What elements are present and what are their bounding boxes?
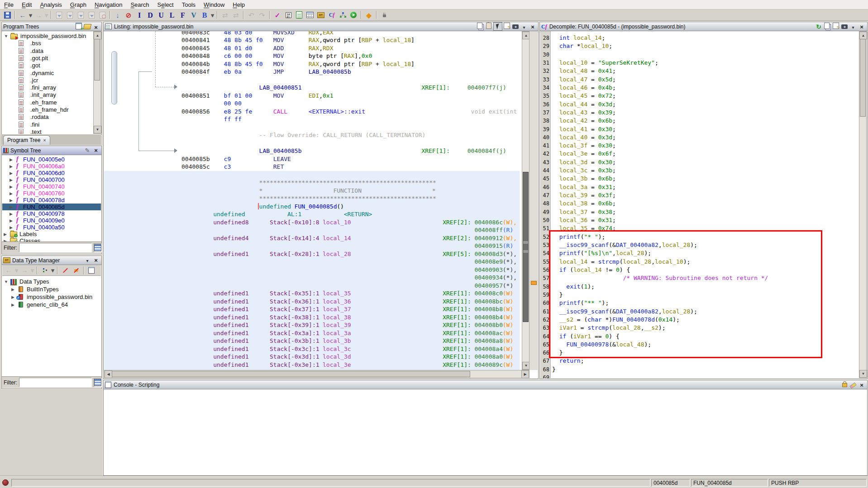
letter-l-button[interactable]: L — [167, 10, 177, 20]
program-tree[interactable]: ▼impossible_password.bin.bss.data.got.pl… — [2, 31, 94, 134]
tree-item-section[interactable]: .got — [2, 62, 94, 69]
scroll-thumb[interactable] — [523, 172, 529, 322]
decompile-scrollbar[interactable]: ▲ ▼ — [859, 31, 867, 378]
menu-edit[interactable]: Edit — [18, 0, 36, 9]
decompiler-line[interactable]: local_46 = 0x4b; — [552, 84, 616, 92]
symbol-tree-item-fun_004006d0[interactable]: ▶fFUN_004006d0 — [2, 170, 101, 176]
listing-row[interactable]: undefined1Stack[-0x39]:1local_39XREF[1]:… — [104, 321, 520, 329]
decompiler-line[interactable]: __s2 = (char *)FUN_0040078d(0x14); — [552, 316, 680, 324]
decompiler-view[interactable]: 2829303132333435363738394041424344454647… — [540, 31, 858, 378]
decompiler-line[interactable]: local_3b = 0x6b; — [552, 175, 616, 183]
listing-row[interactable]: 00400915(R) — [104, 242, 520, 250]
menu-tools[interactable]: Tools — [178, 0, 200, 9]
listing-row[interactable]: ****************************************… — [104, 179, 520, 186]
listing-view[interactable]: 0040083c48 03 d0MOVSXDRDX,EAX0040084148 … — [104, 31, 520, 370]
decompiler-line[interactable]: local_10 = "SuperSeKretKey"; — [552, 59, 658, 67]
dtm-back-dropdown[interactable]: ▾ — [14, 265, 19, 275]
datatype-filter-input[interactable] — [19, 378, 92, 387]
expander-icon[interactable]: ▶ — [10, 178, 13, 182]
dtm-back-button[interactable]: ← — [3, 265, 14, 275]
decompiler-line[interactable]: local_35 = 0x74; — [552, 224, 616, 232]
symbol-tree-item-fun_004006a0[interactable]: ▶fFUN_004006a0 — [2, 163, 101, 170]
decompiler-line[interactable]: local_3d = 0x30; — [552, 158, 616, 166]
tree-item-section[interactable]: .data — [2, 47, 94, 55]
listing-row[interactable]: undefined8Stack[-0x10]:8local_10XREF[2]:… — [104, 218, 520, 226]
decompiler-line[interactable]: int local_14; — [552, 34, 605, 42]
listing-row[interactable]: 0040084b48 8b 45 f0MOVRAX,qword ptr [RBP… — [104, 60, 520, 68]
dtm-forward-button[interactable]: → — [19, 265, 30, 275]
expander-icon[interactable]: ▶ — [4, 232, 7, 237]
scroll-up-icon[interactable]: ▲ — [94, 32, 101, 39]
expander-icon[interactable]: ▶ — [11, 287, 14, 292]
letter-u-button[interactable]: U — [156, 10, 167, 20]
tree-item-section[interactable]: .text — [2, 128, 94, 134]
listing-row[interactable]: 0040084feb 0aJMPLAB_0040085b — [104, 68, 520, 76]
scroll-thumb[interactable] — [112, 371, 470, 377]
clear-button[interactable] — [849, 382, 857, 389]
listing-row[interactable]: 0040085bc9LEAVE — [104, 155, 520, 163]
listing-row[interactable]: ff ff — [104, 115, 520, 123]
back-dropdown[interactable]: ▾ — [28, 10, 33, 20]
expander-icon[interactable]: ▶ — [10, 198, 13, 203]
decompiler-line[interactable]: printf("[%s]\n",local_28); — [552, 249, 651, 257]
tree-item-generic-clib-64[interactable]: ▶generic_clib_64 — [2, 301, 101, 308]
tree-item-section[interactable]: .init_array — [2, 91, 94, 99]
doc-clock-button[interactable] — [97, 10, 108, 20]
decompiler-line[interactable]: __isoc99_scanf(&DAT_00400a82,local_28); — [552, 241, 697, 249]
symbol-tree-item-fun_00400a50[interactable]: ▶fFUN_00400a50 — [2, 224, 101, 231]
symbol-tree-item-fun_00400760[interactable]: ▶fFUN_00400760 — [2, 190, 101, 197]
decompiler-line[interactable]: local_41 = 0x30; — [552, 125, 616, 133]
dtm-layout-dropdown[interactable]: ▾ — [50, 265, 55, 275]
function-id-button[interactable] — [326, 10, 337, 20]
symbol-tree-item-fun_004005e0[interactable]: ▶fFUN_004005e0 — [2, 156, 101, 163]
listing-row[interactable]: 00 00 — [104, 99, 520, 107]
decompiler-line[interactable]: char *local_10; — [552, 42, 612, 50]
listing-row[interactable]: -- Flow Override: CALL_RETURN (CALL_TERM… — [104, 131, 520, 139]
menu-analysis[interactable]: Analysis — [36, 0, 66, 9]
chevron-down-button[interactable]: ▾ — [520, 24, 528, 31]
tree-item-root[interactable]: ▼impossible_password.bin — [2, 33, 94, 40]
letter-f-button[interactable]: F — [177, 10, 188, 20]
expander-icon[interactable]: ▶ — [10, 218, 13, 223]
new-tree-button[interactable] — [75, 22, 83, 30]
doc-arrow-button-3[interactable] — [75, 10, 86, 20]
chevron-down-button[interactable]: ▾ — [83, 257, 91, 265]
listing-hscrollbar[interactable]: ◀ ▶ — [104, 370, 529, 378]
tree-item-section[interactable]: .got.plt — [2, 55, 94, 62]
decompiler-line[interactable]: local_3f = 0x30; — [552, 142, 616, 150]
listing-row[interactable]: 004008ff(R) — [104, 226, 520, 234]
run-script-button[interactable] — [348, 10, 359, 20]
tab-program-tree[interactable]: Program Tree × — [3, 135, 50, 145]
decompiler-line[interactable]: printf("* "); — [552, 233, 605, 241]
copy-button[interactable] — [823, 23, 831, 30]
decompiler-line[interactable]: } — [552, 349, 563, 357]
listing-row[interactable]: ****************************************… — [104, 194, 520, 202]
reorder-button-1[interactable]: ⇄ — [219, 10, 230, 20]
dtm-window-button[interactable] — [86, 265, 97, 275]
tree-item-data-types[interactable]: ▼Data Types — [2, 278, 101, 285]
symbol-tree[interactable]: ▶fFUN_004005e0▶fFUN_004006a0▶fFUN_004006… — [2, 155, 101, 242]
close-button[interactable]: × — [92, 24, 100, 31]
menu-graph[interactable]: Graph — [66, 0, 91, 9]
letter-d-button[interactable]: D — [145, 10, 156, 20]
expander-icon[interactable]: ▼ — [4, 280, 8, 284]
tree-item-builtintypes[interactable]: ▶BuiltInTypes — [2, 286, 101, 293]
expander-icon[interactable]: ▶ — [10, 191, 13, 196]
listing-row[interactable]: undefined1Stack[-0x38]:1local_38XREF[1]:… — [104, 313, 520, 321]
listing-row[interactable]: 0040083c48 03 d0MOVSXDRDX,EAX — [104, 31, 520, 36]
decompiler-line[interactable]: if (iVar1 == 0) { — [552, 332, 620, 341]
expander-icon[interactable]: ▶ — [11, 295, 14, 299]
forward-dropdown[interactable]: ▾ — [44, 10, 49, 20]
redo-button[interactable]: ↷ — [257, 10, 267, 20]
paste-button[interactable] — [485, 22, 493, 29]
close-button[interactable]: × — [92, 256, 100, 264]
menu-help[interactable]: Help — [229, 0, 249, 9]
decompiler-line[interactable]: FUN_00400978(&local_48); — [552, 341, 651, 349]
dtm-filter-n-button[interactable] — [60, 265, 71, 275]
symbol-tree-folder-classes[interactable]: ▶Classes — [2, 237, 101, 242]
listing-row[interactable]: 0040084148 8b 45 f0MOVRAX,qword ptr [RBP… — [104, 36, 520, 44]
snapshot-button[interactable] — [511, 23, 520, 30]
copy-button[interactable] — [476, 23, 484, 30]
decompiler-line[interactable]: exit(1); — [552, 283, 595, 291]
symbol-tree-item-fun_00400700[interactable]: ▶fFUN_00400700 — [2, 176, 101, 183]
